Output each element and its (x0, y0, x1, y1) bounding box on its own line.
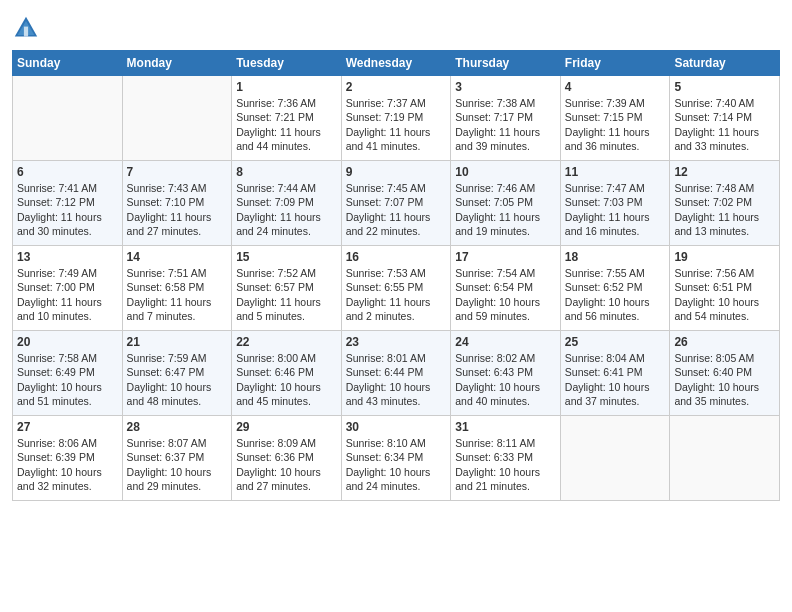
day-info: Daylight: 10 hours and 27 minutes. (236, 465, 337, 493)
day-number: 12 (674, 164, 775, 180)
day-info: Sunset: 7:05 PM (455, 195, 556, 209)
day-info: Daylight: 11 hours and 5 minutes. (236, 295, 337, 323)
cal-cell: 6Sunrise: 7:41 AMSunset: 7:12 PMDaylight… (13, 161, 123, 246)
day-info: Sunrise: 8:02 AM (455, 351, 556, 365)
cal-cell: 16Sunrise: 7:53 AMSunset: 6:55 PMDayligh… (341, 246, 451, 331)
day-info: Sunset: 6:52 PM (565, 280, 666, 294)
day-info: Sunset: 7:19 PM (346, 110, 447, 124)
day-info: Daylight: 11 hours and 41 minutes. (346, 125, 447, 153)
day-info: Daylight: 11 hours and 16 minutes. (565, 210, 666, 238)
week-row-5: 27Sunrise: 8:06 AMSunset: 6:39 PMDayligh… (13, 416, 780, 501)
header-row: SundayMondayTuesdayWednesdayThursdayFrid… (13, 51, 780, 76)
day-number: 3 (455, 79, 556, 95)
day-info: Sunset: 6:57 PM (236, 280, 337, 294)
day-info: Sunrise: 8:06 AM (17, 436, 118, 450)
day-info: Daylight: 10 hours and 56 minutes. (565, 295, 666, 323)
week-row-2: 6Sunrise: 7:41 AMSunset: 7:12 PMDaylight… (13, 161, 780, 246)
day-info: Sunrise: 7:43 AM (127, 181, 228, 195)
day-info: Sunset: 6:43 PM (455, 365, 556, 379)
day-info: Sunset: 6:51 PM (674, 280, 775, 294)
day-info: Daylight: 10 hours and 45 minutes. (236, 380, 337, 408)
day-info: Daylight: 11 hours and 33 minutes. (674, 125, 775, 153)
day-number: 28 (127, 419, 228, 435)
svg-rect-2 (24, 27, 28, 37)
cal-cell: 22Sunrise: 8:00 AMSunset: 6:46 PMDayligh… (232, 331, 342, 416)
cal-cell: 2Sunrise: 7:37 AMSunset: 7:19 PMDaylight… (341, 76, 451, 161)
day-info: Sunset: 7:03 PM (565, 195, 666, 209)
header-cell-monday: Monday (122, 51, 232, 76)
cal-cell (670, 416, 780, 501)
day-info: Daylight: 10 hours and 54 minutes. (674, 295, 775, 323)
day-info: Sunset: 6:47 PM (127, 365, 228, 379)
day-info: Daylight: 10 hours and 21 minutes. (455, 465, 556, 493)
day-info: Daylight: 11 hours and 7 minutes. (127, 295, 228, 323)
day-number: 1 (236, 79, 337, 95)
cal-cell: 13Sunrise: 7:49 AMSunset: 7:00 PMDayligh… (13, 246, 123, 331)
day-info: Sunset: 6:36 PM (236, 450, 337, 464)
week-row-1: 1Sunrise: 7:36 AMSunset: 7:21 PMDaylight… (13, 76, 780, 161)
day-info: Sunrise: 7:55 AM (565, 266, 666, 280)
day-info: Sunrise: 7:46 AM (455, 181, 556, 195)
day-number: 6 (17, 164, 118, 180)
day-info: Sunrise: 7:44 AM (236, 181, 337, 195)
day-info: Daylight: 11 hours and 19 minutes. (455, 210, 556, 238)
day-info: Daylight: 11 hours and 44 minutes. (236, 125, 337, 153)
cal-cell: 14Sunrise: 7:51 AMSunset: 6:58 PMDayligh… (122, 246, 232, 331)
day-number: 21 (127, 334, 228, 350)
day-info: Sunset: 6:39 PM (17, 450, 118, 464)
day-info: Sunset: 6:58 PM (127, 280, 228, 294)
day-info: Daylight: 11 hours and 2 minutes. (346, 295, 447, 323)
day-info: Sunrise: 7:56 AM (674, 266, 775, 280)
day-info: Sunset: 6:55 PM (346, 280, 447, 294)
day-number: 31 (455, 419, 556, 435)
cal-cell: 12Sunrise: 7:48 AMSunset: 7:02 PMDayligh… (670, 161, 780, 246)
day-info: Sunrise: 7:36 AM (236, 96, 337, 110)
header-cell-tuesday: Tuesday (232, 51, 342, 76)
day-info: Daylight: 10 hours and 59 minutes. (455, 295, 556, 323)
header-cell-thursday: Thursday (451, 51, 561, 76)
day-info: Daylight: 11 hours and 39 minutes. (455, 125, 556, 153)
day-info: Sunrise: 7:38 AM (455, 96, 556, 110)
day-info: Sunrise: 7:37 AM (346, 96, 447, 110)
day-info: Sunrise: 7:39 AM (565, 96, 666, 110)
day-info: Sunset: 6:46 PM (236, 365, 337, 379)
week-row-4: 20Sunrise: 7:58 AMSunset: 6:49 PMDayligh… (13, 331, 780, 416)
day-info: Sunset: 7:15 PM (565, 110, 666, 124)
day-info: Daylight: 10 hours and 40 minutes. (455, 380, 556, 408)
day-number: 27 (17, 419, 118, 435)
day-info: Sunrise: 7:40 AM (674, 96, 775, 110)
day-info: Sunrise: 7:58 AM (17, 351, 118, 365)
week-row-3: 13Sunrise: 7:49 AMSunset: 7:00 PMDayligh… (13, 246, 780, 331)
day-info: Sunset: 6:40 PM (674, 365, 775, 379)
cal-cell: 3Sunrise: 7:38 AMSunset: 7:17 PMDaylight… (451, 76, 561, 161)
day-info: Daylight: 11 hours and 24 minutes. (236, 210, 337, 238)
cal-cell: 30Sunrise: 8:10 AMSunset: 6:34 PMDayligh… (341, 416, 451, 501)
day-info: Sunrise: 8:09 AM (236, 436, 337, 450)
day-number: 19 (674, 249, 775, 265)
header-cell-friday: Friday (560, 51, 670, 76)
day-number: 17 (455, 249, 556, 265)
day-number: 4 (565, 79, 666, 95)
day-info: Daylight: 11 hours and 30 minutes. (17, 210, 118, 238)
day-info: Sunset: 7:07 PM (346, 195, 447, 209)
day-number: 23 (346, 334, 447, 350)
day-info: Daylight: 11 hours and 10 minutes. (17, 295, 118, 323)
day-number: 10 (455, 164, 556, 180)
cal-cell: 28Sunrise: 8:07 AMSunset: 6:37 PMDayligh… (122, 416, 232, 501)
day-info: Daylight: 10 hours and 29 minutes. (127, 465, 228, 493)
day-number: 2 (346, 79, 447, 95)
cal-cell: 10Sunrise: 7:46 AMSunset: 7:05 PMDayligh… (451, 161, 561, 246)
day-info: Sunrise: 8:04 AM (565, 351, 666, 365)
cal-cell (560, 416, 670, 501)
cal-cell: 23Sunrise: 8:01 AMSunset: 6:44 PMDayligh… (341, 331, 451, 416)
day-info: Sunrise: 7:54 AM (455, 266, 556, 280)
day-info: Sunrise: 7:51 AM (127, 266, 228, 280)
day-number: 18 (565, 249, 666, 265)
cal-cell: 15Sunrise: 7:52 AMSunset: 6:57 PMDayligh… (232, 246, 342, 331)
day-info: Sunrise: 8:00 AM (236, 351, 337, 365)
header (12, 10, 780, 42)
cal-cell: 8Sunrise: 7:44 AMSunset: 7:09 PMDaylight… (232, 161, 342, 246)
cal-cell: 4Sunrise: 7:39 AMSunset: 7:15 PMDaylight… (560, 76, 670, 161)
cal-cell: 7Sunrise: 7:43 AMSunset: 7:10 PMDaylight… (122, 161, 232, 246)
cal-cell: 26Sunrise: 8:05 AMSunset: 6:40 PMDayligh… (670, 331, 780, 416)
